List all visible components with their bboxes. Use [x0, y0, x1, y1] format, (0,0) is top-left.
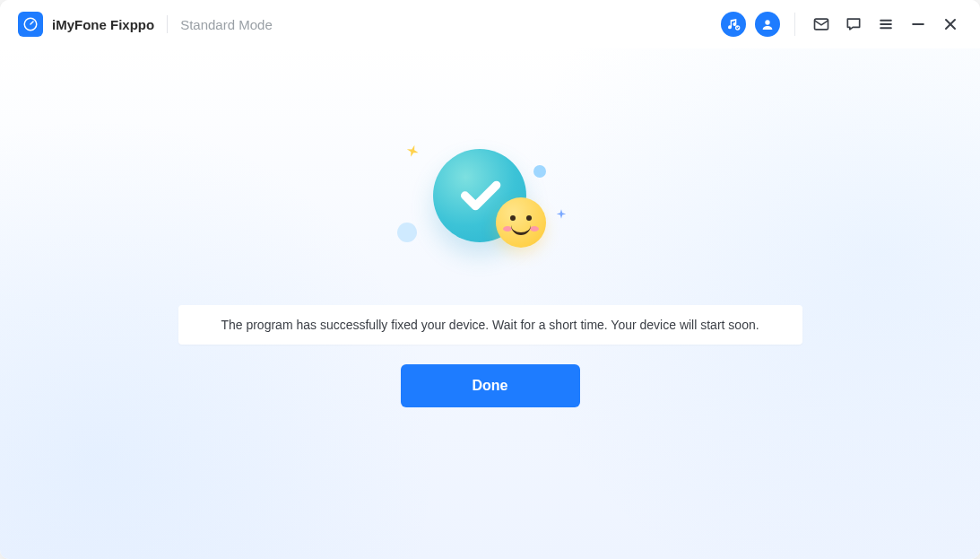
content-area: The program has successfully fixed your … [0, 48, 980, 559]
svg-point-3 [765, 20, 769, 24]
mail-icon [812, 15, 830, 33]
titlebar-icons [721, 12, 962, 37]
minimize-icon [909, 15, 927, 33]
menu-button[interactable] [874, 13, 898, 36]
titlebar: iMyFone Fixppo Standard Mode [0, 0, 980, 48]
success-illustration [410, 147, 571, 273]
music-note-icon [726, 17, 741, 31]
close-button[interactable] [939, 13, 962, 36]
sparkle-icon [402, 142, 422, 162]
smiley-icon [496, 197, 546, 248]
minimize-button[interactable] [906, 13, 930, 36]
mail-button[interactable] [810, 13, 833, 36]
svg-line-1 [30, 22, 33, 24]
music-button[interactable] [721, 12, 746, 37]
mode-label: Standard Mode [180, 17, 273, 32]
chat-icon [845, 15, 863, 33]
title-divider [167, 15, 168, 33]
decor-dot [533, 165, 546, 178]
done-button[interactable]: Done [401, 364, 580, 407]
decor-dot [397, 223, 417, 242]
app-logo [18, 12, 43, 37]
sparkle-icon [555, 208, 568, 221]
success-message-card: The program has successfully fixed your … [178, 305, 802, 345]
account-button[interactable] [755, 12, 780, 37]
menu-icon [877, 15, 895, 33]
app-title: iMyFone Fixppo [52, 17, 154, 32]
user-icon [760, 17, 775, 31]
feedback-button[interactable] [842, 13, 865, 36]
titlebar-divider [794, 13, 795, 36]
app-window: iMyFone Fixppo Standard Mode [0, 0, 980, 559]
success-message: The program has successfully fixed your … [196, 318, 785, 332]
close-icon [941, 15, 959, 33]
